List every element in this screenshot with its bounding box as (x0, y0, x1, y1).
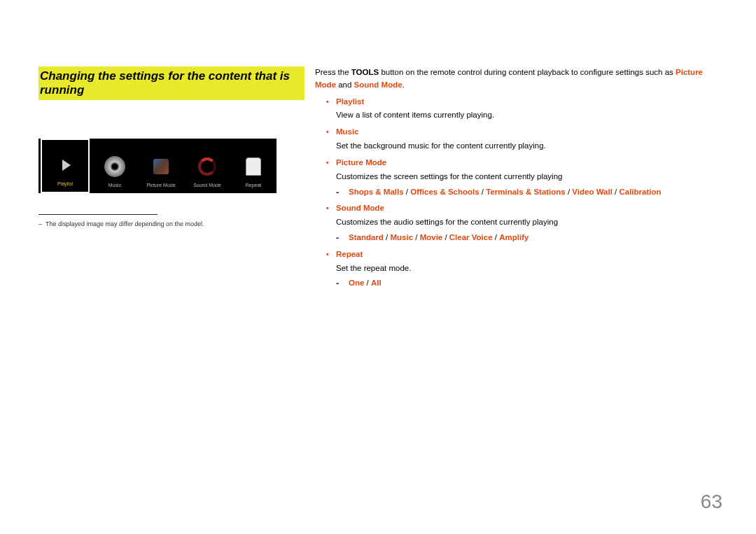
menu-item-repeat[interactable]: Repeat (230, 139, 276, 193)
picture-icon (149, 155, 173, 178)
item-sound-mode: Sound Mode Customizes the audio settings… (315, 202, 721, 244)
intro-text: and (336, 80, 354, 89)
option: All (371, 279, 382, 287)
right-column: Press the TOOLS button on the remote con… (315, 66, 721, 290)
option-row: - One / All (336, 277, 721, 290)
settings-list: Playlist View a list of content items cu… (315, 96, 721, 290)
item-title: Sound Mode (336, 204, 384, 212)
repeat-icon (241, 155, 265, 178)
menu-label: Picture Mode (146, 183, 175, 188)
menu-item-playlist[interactable]: Playlist (41, 139, 90, 193)
item-title: Playlist (336, 97, 364, 106)
tools-label: TOOLS (351, 68, 379, 76)
repeat-options: - One / All (336, 277, 721, 290)
option: Calibration (619, 188, 661, 196)
menu-item-music[interactable]: Music (92, 139, 138, 193)
option-row: - Shops & Malls / Offices & Schools / Te… (336, 186, 721, 199)
intro-text: Press the (315, 68, 351, 76)
option: Amplify (499, 233, 528, 241)
left-column: Changing the settings for the content th… (38, 66, 304, 227)
item-title: Picture Mode (336, 158, 386, 167)
footnote-divider (38, 214, 158, 215)
menu-item-picture-mode[interactable]: Picture Mode (138, 139, 184, 193)
picture-mode-options: - Shops & Malls / Offices & Schools / Te… (336, 186, 721, 199)
item-desc: Customizes the screen settings for the c… (336, 171, 721, 183)
item-playlist: Playlist View a list of content items cu… (315, 96, 721, 122)
menu-label: Repeat (246, 183, 262, 188)
item-picture-mode: Picture Mode Customizes the screen setti… (315, 157, 721, 198)
menu-label: Music (108, 183, 121, 188)
item-desc: Customizes the audio settings for the co… (336, 216, 721, 229)
item-music: Music Set the background music for the c… (315, 126, 721, 153)
playback-tools-menu: Playlist Music Picture Mode Sound Mode R… (38, 139, 276, 193)
menu-label: Playlist (57, 181, 73, 186)
intro-paragraph: Press the TOOLS button on the remote con… (315, 66, 721, 92)
option: Shops & Malls (349, 188, 404, 196)
item-desc: Set the repeat mode. (336, 262, 721, 275)
option-row: - Standard / Music / Movie / Clear Voice… (336, 232, 721, 244)
footnote: –The displayed image may differ dependin… (38, 220, 304, 227)
option: One (349, 279, 364, 287)
option: Clear Voice (449, 233, 493, 241)
play-icon (53, 153, 77, 177)
sound-mode-options: - Standard / Music / Movie / Clear Voice… (336, 232, 721, 244)
item-desc: Set the background music for the content… (336, 140, 721, 153)
item-desc: View a list of content items currently p… (336, 109, 721, 122)
intro-text: button on the remote control during cont… (379, 68, 676, 76)
disc-icon (103, 155, 127, 178)
option: Music (390, 233, 413, 241)
sound-mode-label: Sound Mode (354, 80, 402, 89)
page-title: Changing the settings for the content th… (38, 66, 304, 100)
footnote-text: The displayed image may differ depending… (46, 220, 204, 227)
menu-label: Sound Mode (193, 183, 221, 188)
item-title: Repeat (336, 250, 363, 258)
option: Standard (349, 233, 384, 241)
option: Video Wall (572, 188, 612, 196)
option: Movie (420, 233, 443, 241)
page-number: 63 (701, 491, 722, 513)
menu-item-sound-mode[interactable]: Sound Mode (184, 139, 230, 193)
item-repeat: Repeat Set the repeat mode. - One / All (315, 248, 721, 290)
sound-icon (195, 155, 219, 178)
intro-text: . (402, 80, 405, 89)
option: Offices & Schools (410, 188, 479, 196)
item-title: Music (336, 127, 359, 136)
option: Terminals & Stations (486, 188, 566, 196)
manual-page: Changing the settings for the content th… (0, 0, 756, 534)
